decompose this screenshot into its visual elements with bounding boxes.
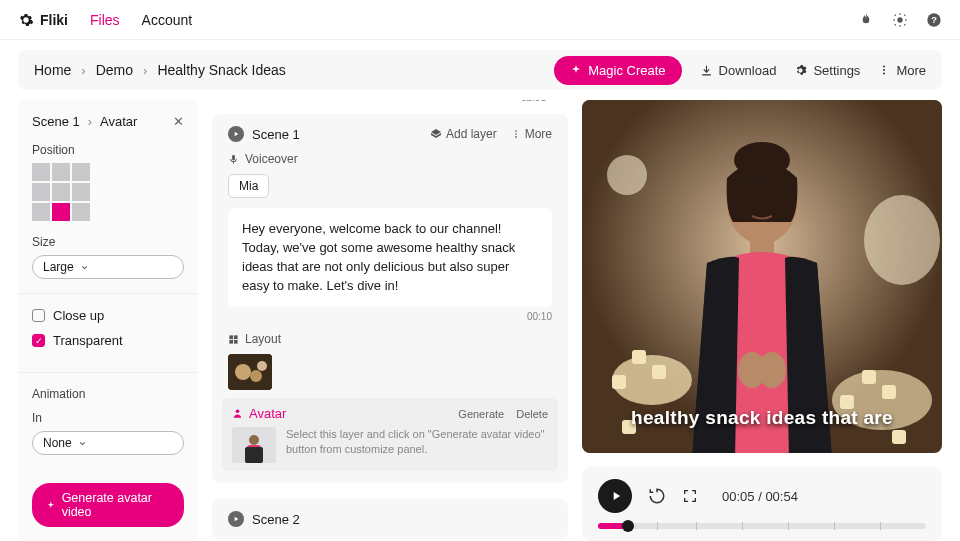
position-grid [32,163,184,221]
svg-point-7 [515,133,517,135]
sidebar: Scene 1 › Avatar ✕ Position Size Large C… [18,100,198,541]
generate-link[interactable]: Generate [458,408,504,420]
sparkle-icon [46,500,56,511]
play-scene-icon[interactable] [228,511,244,527]
timestamp-top: 02:01 [521,100,546,103]
avatar-thumbnail[interactable] [232,427,276,463]
transparent-checkbox-row[interactable]: ✓ Transparent [32,333,184,348]
person-icon [232,408,243,419]
seek-thumb[interactable] [622,520,634,532]
generate-avatar-button[interactable]: Generate avatar video [32,483,184,527]
script-text[interactable]: Hey everyone, welcome back to our channe… [228,208,552,307]
chevron-right-icon: › [143,63,147,78]
delete-link[interactable]: Delete [516,408,548,420]
svg-rect-31 [882,385,896,399]
svg-rect-11 [229,340,233,344]
pos-cell-selected[interactable] [52,203,70,221]
flame-icon[interactable] [858,12,874,28]
pos-cell[interactable] [32,183,50,201]
svg-rect-21 [245,447,263,463]
dots-vertical-icon [878,64,890,76]
svg-point-0 [897,17,902,22]
script-timestamp: 00:10 [228,311,552,322]
svg-rect-34 [892,430,906,444]
download-icon [700,64,713,77]
avatar-note: Select this layer and click on "Generate… [286,427,548,457]
nav-account[interactable]: Account [142,12,193,28]
gear-icon [18,12,34,28]
size-select[interactable]: Large [32,255,184,279]
svg-point-5 [883,73,885,75]
magic-create-button[interactable]: Magic Create [554,56,681,85]
avatar-person [657,138,867,453]
settings-button[interactable]: Settings [794,63,860,78]
pos-cell[interactable] [52,163,70,181]
chevron-down-icon [78,439,87,448]
sidebar-crumb-scene[interactable]: Scene 1 [32,114,80,129]
video-player: 00:05 / 00:54 [582,467,942,541]
svg-point-6 [515,130,517,132]
video-preview[interactable]: healthy snack ideas that are [582,100,942,453]
fullscreen-icon[interactable] [682,488,698,504]
svg-point-8 [515,136,517,138]
play-scene-icon[interactable] [228,126,244,142]
chevron-down-icon [80,263,89,272]
svg-point-3 [883,66,885,68]
layout-thumbnail[interactable] [228,354,272,390]
pos-cell[interactable] [52,183,70,201]
close-icon[interactable]: ✕ [173,114,184,129]
svg-rect-9 [229,335,233,339]
size-label: Size [32,235,184,249]
chevron-right-icon: › [81,63,85,78]
layers-icon [430,128,442,140]
svg-point-26 [607,155,647,195]
pos-cell[interactable] [72,203,90,221]
crumb-project[interactable]: Healthy Snack Ideas [157,62,285,78]
voice-chip[interactable]: Mia [228,174,269,198]
in-label: In [32,411,184,425]
dots-vertical-icon [511,129,521,139]
svg-point-41 [758,352,786,388]
scene-card-1: Scene 1 Add layer More Voiceover Mia H [212,114,568,483]
checkbox-icon [32,309,45,322]
closeup-checkbox-row[interactable]: Close up [32,308,184,323]
svg-point-37 [743,193,751,199]
pos-cell[interactable] [32,203,50,221]
sparkle-icon [570,64,582,76]
voiceover-label: Voiceover [228,152,552,166]
crumb-demo[interactable]: Demo [96,62,133,78]
scene-title: Scene 2 [252,512,300,527]
svg-point-25 [864,195,940,285]
playback-time: 00:05 / 00:54 [722,489,798,504]
svg-point-16 [257,361,267,371]
avatar-label: Avatar [249,406,286,421]
svg-rect-29 [612,375,626,389]
play-button[interactable] [598,479,632,513]
nav-files[interactable]: Files [90,12,120,28]
add-layer-button[interactable]: Add layer [430,127,497,141]
toolbar: Home › Demo › Healthy Snack Ideas Magic … [18,50,942,90]
animation-in-select[interactable]: None [32,431,184,455]
download-button[interactable]: Download [700,63,777,78]
svg-point-15 [250,370,262,382]
scene-card-2[interactable]: Scene 2 [212,499,568,539]
seek-bar[interactable] [598,523,926,529]
pos-cell[interactable] [72,183,90,201]
pos-cell[interactable] [72,163,90,181]
sun-icon[interactable] [892,12,908,28]
brand-logo[interactable]: Fliki [18,12,68,28]
svg-rect-10 [234,335,238,339]
scene-more-button[interactable]: More [511,127,552,141]
sidebar-crumb-avatar[interactable]: Avatar [100,114,137,129]
svg-rect-27 [632,350,646,364]
help-icon[interactable]: ? [926,12,942,28]
replay-icon[interactable] [648,487,666,505]
svg-point-36 [734,142,790,178]
more-button[interactable]: More [878,63,926,78]
crumb-home[interactable]: Home [34,62,71,78]
checkbox-checked-icon: ✓ [32,334,45,347]
svg-point-38 [773,193,781,199]
svg-point-4 [883,69,885,71]
video-caption: healthy snack ideas that are [582,407,942,429]
pos-cell[interactable] [32,163,50,181]
